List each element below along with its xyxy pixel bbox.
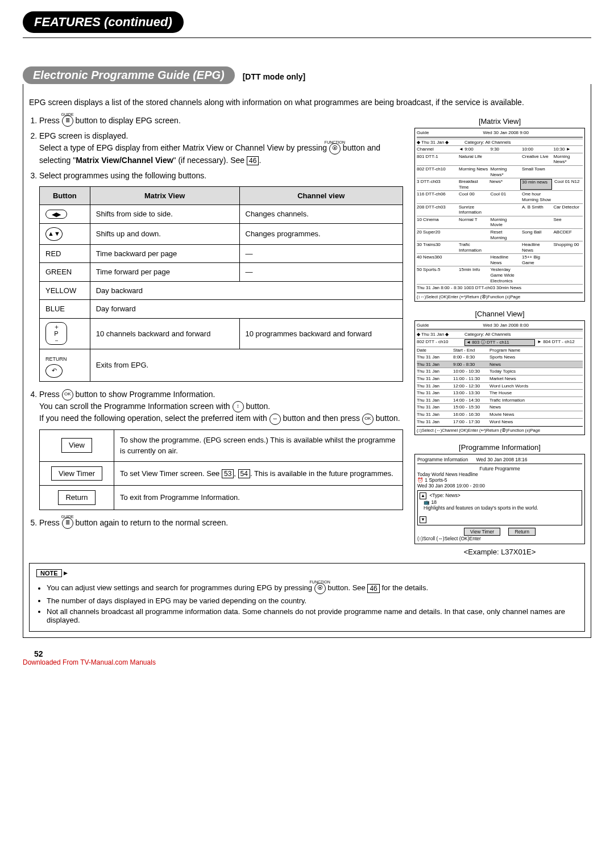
up-down-arrow-icon: ↕: [233, 401, 244, 412]
matrix-row: 10 CinemaNormal TMorning MovieSee: [417, 216, 583, 228]
step-5: Press ≣ button again to return to the no…: [39, 517, 403, 529]
guide-button-icon: ≣: [62, 518, 73, 529]
ok-button-icon: OK: [362, 414, 374, 425]
left-right-arrow-icon: ↔: [269, 414, 281, 425]
intro-text: EPG screen displays a list of the stored…: [29, 98, 585, 107]
page-content: FEATURES (continued) Electronic Programm…: [23, 11, 591, 666]
green-key: GREEN: [40, 263, 90, 282]
channel-row: Thu 31 Jan16:00 - 16:30Movie News: [417, 411, 583, 418]
matrix-row: 30 Trains30Trafic InformationHeadline Ne…: [417, 241, 583, 253]
matrix-row: 116 DTT-ch06Cool 00Cool 01One hour Morni…: [417, 190, 583, 203]
yellow-key: YELLOW: [40, 281, 90, 300]
return-key: RETURN↶: [40, 349, 90, 382]
channel-row: Thu 31 Jan12:00 - 12:30Word Lunch Words: [417, 382, 583, 390]
channel-row: Thu 31 Jan15:00 - 15:30News: [417, 403, 583, 411]
step-4: Press OK button to show Programme Inform…: [39, 389, 403, 510]
guide-button-icon: ≣: [62, 115, 73, 127]
features-heading: FEATURES (continued): [23, 11, 184, 33]
up-arrow-icon: ▲: [420, 493, 426, 499]
down-arrow-icon: ▼: [420, 516, 426, 523]
pi-return-btn: Return: [508, 528, 536, 536]
ok-button-icon: OK: [62, 389, 73, 400]
step-1: Press ≣ button to display EPG screen.: [39, 115, 403, 127]
channel-row: Thu 31 Jan8:00 - 8:30Sports News: [417, 353, 583, 361]
epg-heading: Electronic Programme Guide (EPG): [23, 66, 235, 84]
view-option: View: [61, 438, 92, 453]
programme-info-title: [Programme Information]: [414, 443, 585, 452]
channel-row: Thu 31 Jan13:00 - 13:30The House: [417, 389, 583, 397]
view-timer-option: View Timer: [51, 466, 102, 481]
dtt-mode-note: [DTT mode only]: [243, 72, 305, 81]
red-key: RED: [40, 244, 90, 263]
up-down-key-icon: ▲▼: [45, 227, 63, 241]
function-button-icon: ⦿: [329, 143, 341, 155]
left-right-key-icon: ◀▶: [45, 210, 67, 219]
matrix-row: 50 Sports-515min InfoYesterday Game Wide…: [417, 266, 583, 284]
separator: [23, 37, 591, 38]
channel-view-title: [Channel View]: [414, 310, 585, 318]
p-plus-minus-key-icon: ＋P－: [45, 322, 67, 345]
programme-info-screen: Programme Information Wed 30 Jan 2008 18…: [414, 454, 585, 544]
channel-view-screen: GuideWed 30 Jan 2008 8:00 ◆ Thu 31 Jan ◆…: [414, 320, 585, 435]
page-ref-54: 54: [238, 469, 250, 478]
matrix-row: 208 DTT-ch03Sunrize InformationA. B Smit…: [417, 203, 583, 216]
step-3: Select programmes using the following bu…: [39, 170, 403, 382]
function-button-icon: ⦿: [314, 583, 326, 594]
channel-row: Thu 31 Jan11:00 - 11:30Market News: [417, 375, 583, 382]
page-ref-46: 46: [367, 584, 379, 593]
channel-row: Thu 31 Jan10:00 - 10:30Today Topics: [417, 368, 583, 375]
matrix-view-screen: GuideWed 30 Jan 2008 9:00 ◆ Thu 31 Jan ◆…: [414, 128, 585, 302]
button-table: ButtonMatrix ViewChannel view ◀▶ Shifts …: [39, 186, 403, 382]
note-label: NOTE: [36, 569, 62, 577]
matrix-row: 802 DTT-ch10Morning NewsMorning News*Sma…: [417, 165, 583, 178]
pi-view-timer-btn: View Timer: [464, 528, 500, 536]
matrix-row: 3 DTT-ch03Breakfast TimeNews*30 min news…: [417, 178, 583, 190]
channel-row: Thu 31 Jan14:00 - 14:30Trafic Informatio…: [417, 397, 583, 404]
blue-key: BLUE: [40, 300, 90, 319]
view-table: View To show the programme. (EPG screen …: [39, 429, 403, 510]
channel-row: Thu 31 Jan9:00 - 8:30News: [417, 361, 583, 368]
matrix-row: 801 DTT-1Natural LifeCreative LiveMornin…: [417, 153, 583, 165]
step-2: EPG screen is displayed. Select a type o…: [39, 130, 403, 166]
page-ref-53: 53: [222, 469, 234, 478]
note-box: NOTE ▸ You can adjust view settings and …: [29, 563, 585, 632]
matrix-view-title: [Matrix View]: [414, 117, 585, 126]
return-option: Return: [58, 490, 95, 505]
channel-row: Thu 31 Jan17:00 - 17:30Word News: [417, 418, 583, 425]
return-key-icon: ↶: [45, 364, 63, 378]
example-label: <Example: L37X01E>: [414, 548, 585, 556]
download-source: Downloaded From TV-Manual.com Manuals: [23, 658, 591, 666]
matrix-row: 20 Super20Reset MorningSong BallABCDEF: [417, 228, 583, 241]
page-number: 52: [34, 649, 591, 658]
matrix-row: 40 News360Headline News15++ Big Game: [417, 253, 583, 266]
page-ref-46: 46: [247, 156, 259, 165]
